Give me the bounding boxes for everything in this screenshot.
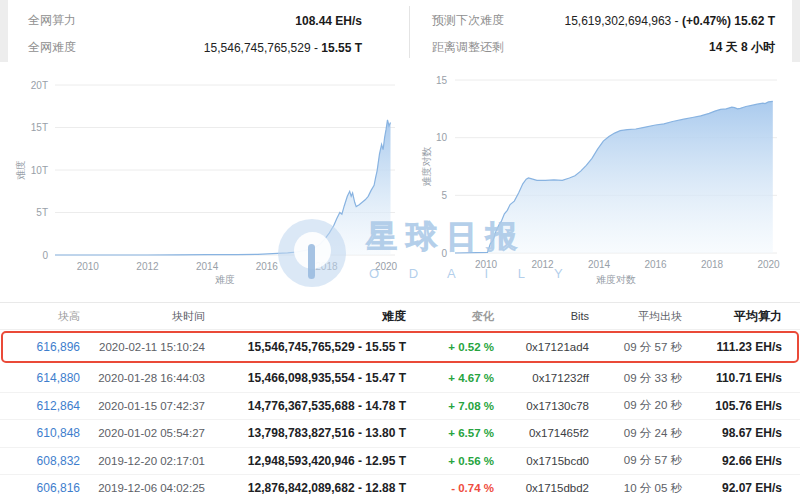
col-header-avg-block: 平均出块: [589, 309, 682, 324]
stat-label: 距离调整还剩: [432, 39, 504, 56]
cell-avg-hashrate: 110.71 EH/s: [682, 371, 782, 385]
svg-text:0: 0: [42, 250, 48, 261]
stat-value-strong: (+0.47%) 15.62 T: [682, 14, 775, 28]
stat-value-strong: 14 天 8 小时: [709, 40, 775, 54]
difficulty-log-area-chart: 051015201020122014201620182020难度对数难度对数: [420, 72, 792, 292]
cell-avg-block: 09 分 57 秒: [589, 453, 682, 468]
cell-block-height-link[interactable]: 606,816: [20, 481, 80, 495]
table-header-row: 块高 块时间 难度 变化 Bits 平均出块 平均算力: [0, 302, 800, 330]
svg-text:2014: 2014: [588, 259, 611, 270]
cell-block-time: 2019-12-20 02:17:01: [80, 455, 205, 467]
svg-text:2018: 2018: [701, 259, 724, 270]
stat-value: 108.44 EH/s: [295, 14, 362, 28]
cell-avg-block: 09 分 57 秒: [589, 340, 682, 355]
svg-text:难度对数: 难度对数: [421, 147, 432, 187]
cell-avg-hashrate: 98.67 EH/s: [682, 426, 782, 440]
cell-bits: 0x17130c78: [494, 400, 589, 412]
svg-text:20T: 20T: [31, 80, 48, 91]
stats-column-right: 预测下次难度 15,619,302,694,963 - (+0.47%) 15.…: [432, 7, 775, 61]
svg-text:难度: 难度: [215, 274, 235, 285]
stat-network-hashrate: 全网算力 108.44 EH/s: [28, 7, 362, 34]
svg-text:难度对数: 难度对数: [596, 274, 636, 285]
cell-block-time: 2020-01-15 07:42:37: [80, 400, 205, 412]
cell-change: + 0.56 %: [406, 455, 494, 467]
cell-avg-hashrate: 92.07 EH/s: [682, 481, 782, 495]
cell-change: + 6.57 %: [406, 427, 494, 439]
svg-text:5T: 5T: [36, 207, 48, 218]
cell-bits: 0x171232ff: [494, 372, 589, 384]
cell-bits: 0x1715dbd2: [494, 482, 589, 494]
svg-text:2012: 2012: [136, 261, 159, 272]
cell-block-height-link[interactable]: 612,864: [20, 399, 80, 413]
stat-value: 15,619,302,694,963 - (+0.47%) 15.62 T: [565, 14, 776, 28]
cell-avg-hashrate: 105.76 EH/s: [682, 399, 782, 413]
cell-block-time: 2020-01-02 05:54:27: [80, 427, 205, 439]
col-header-bits: Bits: [494, 310, 589, 322]
stat-label: 全网算力: [28, 12, 76, 29]
cell-difficulty: 14,776,367,535,688 - 14.78 T: [205, 399, 406, 413]
svg-text:2020: 2020: [375, 261, 398, 272]
svg-text:2012: 2012: [531, 259, 554, 270]
stat-value-strong: 15.55 T: [321, 41, 362, 55]
header-stats: 全网算力 108.44 EH/s 全网难度 15,546,745,765,529…: [0, 0, 800, 66]
cell-avg-block: 09 分 24 秒: [589, 426, 682, 441]
col-header-block-time: 块时间: [80, 309, 205, 324]
col-header-avg-hashrate: 平均算力: [682, 308, 782, 325]
table-row: 608,8322019-12-20 02:17:0112,948,593,420…: [0, 448, 800, 476]
cell-bits: 0x171465f2: [494, 427, 589, 439]
cell-block-time: 2019-12-06 04:02:25: [80, 482, 205, 494]
stat-time-to-adjustment: 距离调整还剩 14 天 8 小时: [432, 34, 775, 61]
cell-difficulty: 13,798,783,827,516 - 13.80 T: [205, 426, 406, 440]
stat-value-plain: 15,619,302,694,963 -: [565, 14, 682, 28]
cell-block-height-link[interactable]: 608,832: [20, 454, 80, 468]
header-divider: [409, 6, 410, 58]
cell-change: + 0.52 %: [406, 341, 494, 353]
table-row: 610,8482020-01-02 05:54:2713,798,783,827…: [0, 420, 800, 448]
stats-column-left: 全网算力 108.44 EH/s 全网难度 15,546,745,765,529…: [28, 7, 362, 61]
cell-difficulty: 12,948,593,420,946 - 12.95 T: [205, 454, 406, 468]
cell-avg-block: 09 分 20 秒: [589, 398, 682, 413]
cell-avg-hashrate: 111.23 EH/s: [682, 340, 782, 354]
table-row-highlighted: 616,8962020-02-11 15:10:2415,546,745,765…: [1, 331, 799, 363]
svg-text:10: 10: [436, 132, 448, 143]
stat-label: 预测下次难度: [432, 12, 504, 29]
col-header-difficulty: 难度: [205, 308, 406, 325]
cell-block-height-link[interactable]: 616,896: [20, 340, 80, 354]
svg-text:2016: 2016: [256, 261, 279, 272]
stat-next-difficulty: 预测下次难度 15,619,302,694,963 - (+0.47%) 15.…: [432, 7, 775, 34]
table-row: 614,8802020-01-28 16:44:0315,466,098,935…: [0, 365, 800, 393]
stat-network-difficulty: 全网难度 15,546,745,765,529 - 15.55 T: [28, 34, 362, 61]
cell-difficulty: 15,466,098,935,554 - 15.47 T: [205, 371, 406, 385]
stat-label: 全网难度: [28, 39, 76, 56]
svg-text:2010: 2010: [77, 261, 100, 272]
svg-text:10T: 10T: [31, 165, 48, 176]
col-header-block-height: 块高: [20, 309, 80, 324]
cell-difficulty: 12,876,842,089,682 - 12.88 T: [205, 481, 406, 495]
cell-bits: 0x17121ad4: [494, 341, 589, 353]
svg-text:2020: 2020: [757, 259, 780, 270]
svg-text:2018: 2018: [315, 261, 338, 272]
cell-change: + 4.67 %: [406, 372, 494, 384]
cell-change: + 7.08 %: [406, 400, 494, 412]
difficulty-table-body: 616,8962020-02-11 15:10:2415,546,745,765…: [0, 331, 800, 501]
cell-avg-block: 10 分 05 秒: [589, 481, 682, 496]
cell-avg-hashrate: 92.66 EH/s: [682, 454, 782, 468]
svg-text:15T: 15T: [31, 122, 48, 133]
col-header-change: 变化: [406, 309, 494, 324]
cell-difficulty: 15,546,745,765,529 - 15.55 T: [205, 340, 406, 354]
svg-text:2010: 2010: [475, 259, 498, 270]
cell-block-time: 2020-02-11 15:10:24: [80, 341, 205, 353]
table-row: 606,8162019-12-06 04:02:2512,876,842,089…: [0, 475, 800, 501]
table-row: 612,8642020-01-15 07:42:3714,776,367,535…: [0, 393, 800, 421]
cell-bits: 0x1715bcd0: [494, 455, 589, 467]
svg-text:0: 0: [441, 248, 447, 259]
svg-text:15: 15: [436, 75, 448, 86]
cell-block-height-link[interactable]: 610,848: [20, 426, 80, 440]
cell-block-time: 2020-01-28 16:44:03: [80, 372, 205, 384]
cell-block-height-link[interactable]: 614,880: [20, 371, 80, 385]
svg-text:难度: 难度: [15, 160, 26, 180]
svg-text:2016: 2016: [644, 259, 667, 270]
cell-avg-block: 09 分 33 秒: [589, 371, 682, 386]
cell-change: - 0.74 %: [406, 482, 494, 494]
svg-text:2014: 2014: [196, 261, 219, 272]
